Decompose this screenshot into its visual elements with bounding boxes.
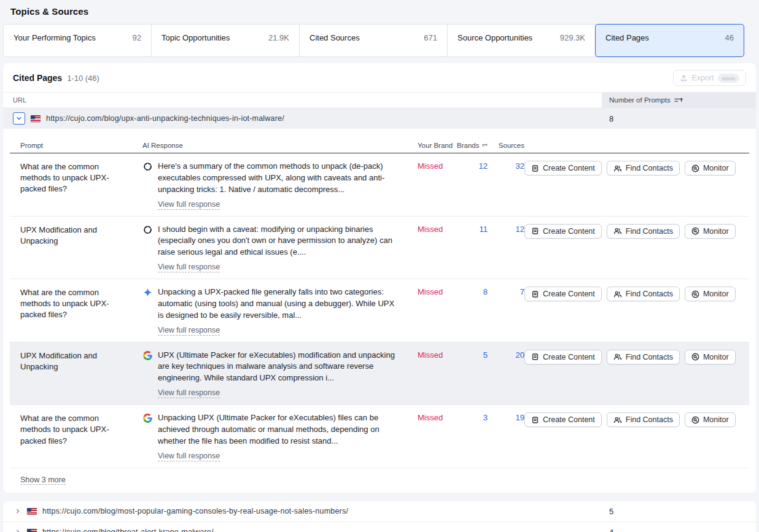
find-contacts-button[interactable]: Find Contacts <box>607 287 680 301</box>
google-icon <box>143 414 152 423</box>
view-full-response-link[interactable]: View full response <box>158 388 220 398</box>
tab[interactable]: Cited Pages 46 <box>596 25 744 56</box>
prompt-text: What are the common methods to unpack UP… <box>10 161 142 210</box>
metric-tabs: Your Performing Topics 92 Topic Opportun… <box>3 24 744 57</box>
create-content-button[interactable]: Create Content <box>524 161 602 175</box>
tab[interactable]: Your Performing Topics 92 <box>4 25 152 56</box>
cited-pages-list: https://cujo.com/blog/most-popular-gamin… <box>3 501 756 532</box>
ai-engine-icon <box>142 161 153 172</box>
your-brand-status: Missed <box>410 224 457 273</box>
ai-engine-icon <box>142 413 153 423</box>
tab-count: 671 <box>424 33 437 56</box>
prompt-text: What are the common methods to unpack UP… <box>10 412 142 461</box>
document-icon <box>531 416 539 424</box>
tab-count: 21.9K <box>268 33 289 56</box>
gemini-icon <box>143 288 152 297</box>
view-full-response-link[interactable]: View full response <box>158 326 220 336</box>
prompts-column-header[interactable]: Number of Prompts <box>602 93 756 107</box>
tab[interactable]: Cited Sources 671 <box>300 25 448 56</box>
upload-icon <box>680 74 688 82</box>
cited-page-row: https://cujo.com/blog/most-popular-gamin… <box>3 501 756 522</box>
monitor-button[interactable]: Monitor <box>685 287 736 301</box>
prompt-text: What are the common methods to unpack UP… <box>10 287 142 336</box>
sources-count-link[interactable]: 19 <box>516 413 524 422</box>
url-link[interactable]: https://cujo.com/blog/most-popular-gamin… <box>42 507 348 515</box>
us-flag-icon <box>31 115 41 122</box>
url-column-header: URL <box>3 93 602 107</box>
sources-count-link[interactable]: 7 <box>520 287 524 296</box>
sources-count-link[interactable]: 20 <box>516 350 524 360</box>
page-title: Topics & Sources <box>0 0 759 17</box>
view-full-response-link[interactable]: View full response <box>158 200 220 210</box>
your-brand-status: Missed <box>410 161 457 210</box>
brands-count-link[interactable]: 11 <box>480 225 488 234</box>
section-title: Cited Pages <box>13 73 62 83</box>
brands-count-link[interactable]: 12 <box>479 161 488 171</box>
ai-response-text: UPX (Ultimate Packer for eXecutables) mo… <box>158 350 395 383</box>
export-soon-badge: soon <box>718 74 739 83</box>
expand-row-target[interactable]: https://cujo.com/blog/threat-alert-krane… <box>3 528 602 532</box>
find-contacts-button[interactable]: Find Contacts <box>607 161 680 175</box>
sources-column-header: Sources <box>488 142 524 149</box>
prompt-row: What are the common methods to unpack UP… <box>10 279 749 342</box>
brands-count-link[interactable]: 3 <box>483 413 488 422</box>
table-header-row: URL Number of Prompts <box>3 92 756 108</box>
chatgpt-icon <box>143 162 152 171</box>
view-full-response-link[interactable]: View full response <box>158 452 220 461</box>
tab-label: Topic Opportunities <box>162 33 230 56</box>
monitor-button[interactable]: Monitor <box>685 161 736 175</box>
ai-engine-icon <box>142 287 153 298</box>
monitor-button[interactable]: Monitor <box>685 412 736 427</box>
monitor-button[interactable]: Monitor <box>685 224 736 239</box>
ai-response-text: I should begin with a caveat: modifying … <box>158 225 392 257</box>
cited-pages-card: Cited Pages 1-10 (46) Export soon URL Nu… <box>3 63 756 493</box>
chevron-right-icon <box>15 508 21 514</box>
ai-engine-icon <box>142 225 153 235</box>
chevron-down-icon <box>15 115 23 122</box>
monitor-eye-icon <box>691 353 699 361</box>
find-contacts-button[interactable]: Find Contacts <box>607 350 680 364</box>
ai-response-text: Here's a summary of the common methods t… <box>158 161 384 194</box>
url-link[interactable]: https://cujo.com/blog/upx-anti-unpacking… <box>46 114 284 123</box>
people-icon <box>613 353 622 361</box>
document-icon <box>531 164 539 172</box>
tab-label: Cited Sources <box>309 33 360 56</box>
sort-descending-icon <box>674 96 683 104</box>
ai-response-text: Unpacking UPX (Ultimate Packer for eXecu… <box>158 413 379 445</box>
find-contacts-button[interactable]: Find Contacts <box>607 224 680 239</box>
create-content-button[interactable]: Create Content <box>524 412 602 427</box>
your-brand-status: Missed <box>410 412 457 461</box>
monitor-button[interactable]: Monitor <box>685 350 736 364</box>
tab[interactable]: Topic Opportunities 21.9K <box>152 25 300 56</box>
monitor-eye-icon <box>691 227 699 235</box>
url-link[interactable]: https://cujo.com/blog/threat-alert-krane… <box>42 528 214 532</box>
brands-count-link[interactable]: 8 <box>483 287 488 296</box>
tab[interactable]: Source Opportunities 929.3K <box>448 25 596 56</box>
create-content-button[interactable]: Create Content <box>524 287 602 301</box>
expanded-url-row[interactable]: https://cujo.com/blog/upx-anti-unpacking… <box>3 108 756 129</box>
brands-column-header[interactable]: Brands <box>457 142 488 149</box>
tab-count: 46 <box>725 33 734 56</box>
find-contacts-button[interactable]: Find Contacts <box>607 412 680 427</box>
create-content-button[interactable]: Create Content <box>524 350 602 364</box>
tab-label: Source Opportunities <box>457 33 532 56</box>
prompt-row: What are the common methods to unpack UP… <box>10 153 749 217</box>
people-icon <box>613 227 622 235</box>
tab-label: Cited Pages <box>605 33 649 56</box>
expand-row-target[interactable]: https://cujo.com/blog/most-popular-gamin… <box>3 507 602 515</box>
prompt-row: UPX Modification and Unpacking I should … <box>10 217 749 280</box>
sources-count-link[interactable]: 12 <box>516 225 524 234</box>
export-button[interactable]: Export soon <box>673 70 746 86</box>
ai-response-text: Unpacking a UPX-packed file generally fa… <box>158 287 394 320</box>
prompt-text: UPX Modification and Unpacking <box>10 350 142 399</box>
brands-count-link[interactable]: 5 <box>483 350 488 360</box>
show-more-link[interactable]: Show 3 more <box>20 476 66 485</box>
view-full-response-link[interactable]: View full response <box>158 263 220 272</box>
create-content-button[interactable]: Create Content <box>524 224 602 239</box>
collapse-toggle[interactable] <box>13 112 25 125</box>
your-brand-status: Missed <box>410 350 457 399</box>
document-icon <box>531 353 539 361</box>
document-icon <box>531 227 539 235</box>
prompt-row: UPX Modification and Unpacking UPX (Ulti… <box>10 342 749 406</box>
sources-count-link[interactable]: 32 <box>516 161 524 171</box>
